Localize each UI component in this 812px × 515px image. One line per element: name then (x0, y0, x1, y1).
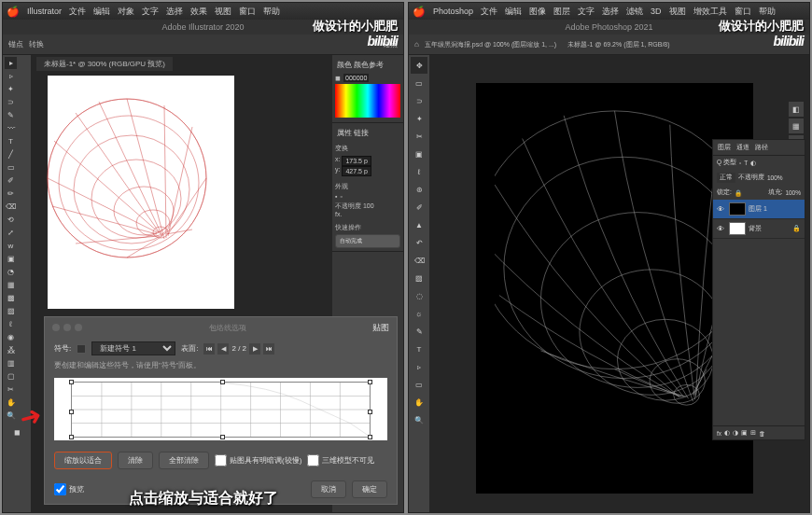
ai-menu[interactable]: 帮助 (263, 6, 280, 18)
auto-btn[interactable]: 自动完成 (335, 234, 400, 248)
stroke-icon[interactable]: ▫ (340, 193, 342, 200)
ai-menu[interactable]: 视图 (215, 6, 231, 18)
line-tool-icon[interactable]: ╱ (5, 148, 17, 160)
lock-icon[interactable]: 🔒 (735, 189, 742, 197)
selection-tool-icon[interactable]: ▸ (5, 57, 17, 69)
scale-tool-icon[interactable]: ⤢ (5, 227, 17, 239)
visibility-icon[interactable]: 👁 (717, 225, 726, 233)
hand-tool-icon[interactable]: ✋ (5, 397, 17, 409)
ps-menu[interactable]: 文件 (481, 6, 497, 18)
ps-menu[interactable]: 选择 (602, 6, 619, 18)
marquee-tool-icon[interactable]: ▭ (411, 75, 427, 91)
type-tool-icon[interactable]: T (411, 341, 427, 357)
ai-doc-tab[interactable]: 未标题-1* @ 300% (RGB/GPU 预览) (36, 57, 173, 71)
traffic-lights[interactable] (52, 324, 82, 331)
filter-icon[interactable]: ◐ (750, 160, 756, 167)
frame-tool-icon[interactable]: ▣ (411, 146, 427, 162)
free-transform-icon[interactable]: ▣ (5, 253, 17, 265)
fill-swatch-icon[interactable]: ◼ (335, 75, 341, 82)
mesh-tool-icon[interactable]: ▩ (5, 292, 17, 304)
ps-menu[interactable]: 编辑 (505, 6, 522, 18)
brush-tool-icon[interactable]: ✐ (5, 174, 17, 187)
ai-menu[interactable]: 文字 (142, 6, 159, 18)
ai-menu[interactable]: 窗口 (239, 6, 256, 18)
ps-menu[interactable]: 图层 (553, 6, 570, 18)
new-layer-icon[interactable]: ⊞ (750, 429, 756, 437)
apple-icon[interactable]: 🍎 (7, 6, 20, 18)
visibility-icon[interactable]: 👁 (717, 205, 726, 214)
channels-tab[interactable]: 通道 (736, 143, 749, 152)
layer-row[interactable]: 👁 背景 🔒 (713, 219, 805, 239)
paths-tab[interactable]: 路径 (755, 143, 768, 152)
graph-tool-icon[interactable]: ▥ (5, 357, 17, 369)
invisible-checkbox[interactable]: 三维模型不可见 (307, 454, 374, 466)
mask-icon[interactable]: ◐ (724, 429, 730, 437)
filter-icon[interactable]: T (744, 160, 748, 166)
trash-icon[interactable]: 🗑 (759, 430, 765, 437)
pen-tool-icon[interactable]: ✎ (411, 323, 427, 340)
hex-input[interactable]: 000000 (343, 74, 369, 82)
blend-mode-select[interactable]: 正常 (717, 173, 735, 183)
preview-checkbox[interactable]: 预览 (54, 483, 84, 495)
color-spectrum[interactable] (335, 84, 400, 118)
filter-icon[interactable]: ▫ (739, 160, 741, 166)
zoom-tool-icon[interactable]: 🔍 (411, 411, 427, 428)
ps-menu[interactable]: 增效工具 (693, 6, 727, 18)
group-icon[interactable]: ▣ (741, 429, 748, 437)
ps-menu[interactable]: 视图 (669, 6, 686, 18)
cancel-button[interactable]: 取消 (311, 480, 346, 498)
slice-tool-icon[interactable]: ✂ (5, 383, 17, 396)
history-brush-icon[interactable]: ↶ (411, 234, 427, 251)
layers-tab[interactable]: 图层 (718, 143, 731, 152)
first-page-icon[interactable]: ⏮ (203, 343, 215, 355)
ok-button[interactable]: 确定 (352, 480, 387, 498)
rect-tool-icon[interactable]: ▭ (5, 161, 17, 174)
path-tool-icon[interactable]: ▹ (411, 358, 427, 375)
scale-to-fit-button[interactable]: 缩放以适合 (54, 452, 112, 469)
ps-menu[interactable]: 帮助 (759, 6, 776, 18)
gradient-tool-icon[interactable]: ▨ (5, 305, 17, 317)
fx-icon[interactable]: fx (717, 430, 721, 437)
perspective-tool-icon[interactable]: ▦ (5, 279, 17, 291)
clear-all-button[interactable]: 全部清除 (159, 452, 209, 469)
fill-icon[interactable]: ▪ (335, 193, 337, 200)
dodge-tool-icon[interactable]: ☼ (411, 305, 427, 322)
ai-menu[interactable]: 文件 (69, 6, 86, 18)
adjustment-icon[interactable]: ◑ (733, 429, 738, 437)
gradient-tool-icon[interactable]: ▨ (411, 270, 427, 286)
color-icon[interactable]: ◧ (789, 102, 804, 117)
rotate-tool-icon[interactable]: ⟲ (5, 214, 17, 226)
symbol-swatch[interactable] (77, 344, 86, 354)
shape-builder-icon[interactable]: ◔ (5, 266, 17, 278)
swatches-icon[interactable]: ▦ (789, 118, 804, 133)
last-page-icon[interactable]: ⏭ (263, 343, 274, 355)
pencil-tool-icon[interactable]: ✏ (5, 188, 17, 200)
envelope-preview[interactable] (54, 378, 387, 440)
x-input[interactable] (342, 156, 371, 166)
ps-menu[interactable]: 滤镜 (626, 6, 643, 18)
heal-tool-icon[interactable]: ⊛ (411, 181, 427, 198)
blend-tool-icon[interactable]: ◉ (5, 331, 17, 343)
shade-checkbox[interactable]: 贴图具有明暗调(较慢) (215, 454, 301, 466)
wand-tool-icon[interactable]: ✦ (5, 83, 17, 95)
home-icon[interactable]: ⌂ (414, 40, 419, 49)
blur-tool-icon[interactable]: ◌ (411, 287, 427, 304)
ai-menu[interactable]: 选择 (166, 6, 183, 18)
symbol-select[interactable]: 新建符号 1 (91, 341, 175, 355)
stamp-tool-icon[interactable]: ▲ (411, 216, 427, 233)
y-input[interactable] (342, 166, 371, 176)
ps-menu[interactable]: 窗口 (735, 6, 751, 18)
prev-page-icon[interactable]: ◀ (217, 343, 229, 355)
artboard-tool-icon[interactable]: ▢ (5, 370, 17, 383)
ps-menu[interactable]: 文字 (578, 6, 595, 18)
brush-tool-icon[interactable]: ✐ (411, 199, 427, 216)
hand-tool-icon[interactable]: ✋ (411, 394, 427, 411)
zoom-tool-icon[interactable]: 🔍 (5, 410, 17, 422)
shape-tool-icon[interactable]: ▭ (411, 376, 427, 393)
next-page-icon[interactable]: ▶ (249, 343, 260, 355)
symbol-spray-icon[interactable]: ⁂ (5, 344, 17, 356)
ai-menu[interactable]: 效果 (190, 6, 207, 18)
eraser-tool-icon[interactable]: ⌫ (411, 252, 427, 269)
pen-tool-icon[interactable]: ✎ (5, 109, 17, 121)
ps-menu[interactable]: 3D (651, 7, 662, 16)
